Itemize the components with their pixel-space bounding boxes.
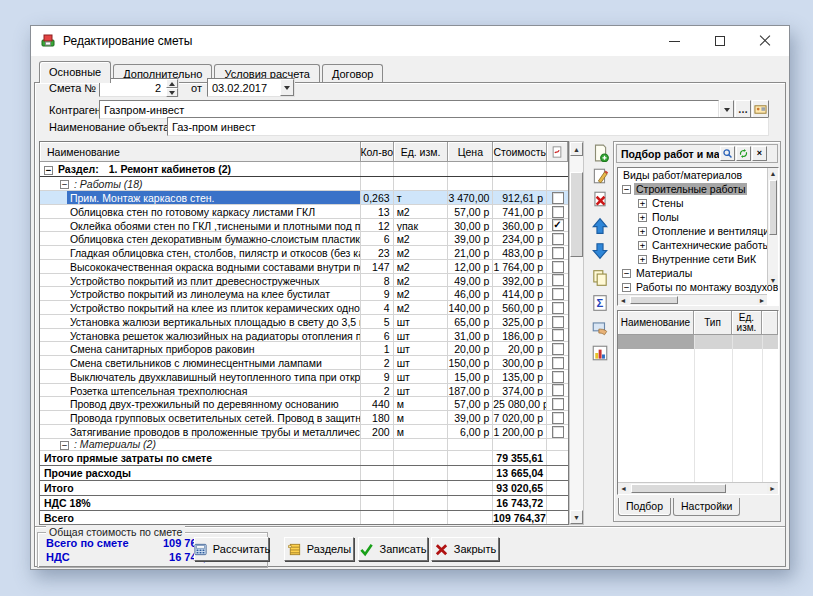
row-checkbox[interactable] <box>552 247 564 259</box>
date-dropdown-button[interactable] <box>280 79 294 96</box>
move-down-button[interactable] <box>591 242 609 260</box>
move-up-button[interactable] <box>591 217 609 235</box>
table-row[interactable]: Облицовка стен декоративным бумажно-слои… <box>40 232 568 246</box>
col-unit-header[interactable]: Ед. изм. <box>394 142 449 162</box>
scroll-down-button[interactable]: ▼ <box>768 275 778 285</box>
col-price-header[interactable]: Цена <box>448 142 493 162</box>
tree-expander[interactable]: + <box>638 255 647 264</box>
row-checkbox[interactable] <box>552 384 564 396</box>
picker-col-name[interactable]: Наименование <box>618 311 694 335</box>
col-cost-header[interactable]: Стоимость <box>493 142 547 162</box>
tab-podbor[interactable]: Подбор <box>618 498 671 516</box>
tree-expander[interactable]: − <box>60 441 69 450</box>
minimize-button[interactable] <box>652 26 697 56</box>
tree-item[interactable]: +Сантехнические работы <box>618 238 778 252</box>
vscroll-thumb[interactable] <box>570 172 583 257</box>
picker-search-button[interactable] <box>720 146 735 161</box>
row-checkbox[interactable] <box>552 206 564 218</box>
tab-nastroyki[interactable]: Настройки <box>673 498 741 516</box>
tree-hscrollbar[interactable]: ◄ ► <box>618 294 767 305</box>
row-checkbox[interactable] <box>552 426 564 438</box>
row-checkbox[interactable] <box>552 412 564 424</box>
tree-item[interactable]: −Работы по монтажу воздуховодс <box>618 280 778 294</box>
assign-button[interactable] <box>591 319 609 337</box>
row-checkbox[interactable] <box>552 329 564 341</box>
grid-vscrollbar[interactable]: ▲ ▼ <box>569 141 584 525</box>
picker-selected-row[interactable] <box>618 335 778 349</box>
table-row[interactable]: Устройство покрытий из линолеума на клее… <box>40 287 568 301</box>
group-row-materials[interactable]: −: Материалы (2) <box>40 439 568 451</box>
table-row[interactable]: Смена светильников с люминесцентными лам… <box>40 356 568 370</box>
table-row[interactable]: Устройство покрытий из плит древесностру… <box>40 274 568 288</box>
col-qty-header[interactable]: Кол-во <box>361 142 394 162</box>
table-row[interactable]: Оклейка обоями стен по ГКЛ ,тиснеными и … <box>40 219 568 233</box>
tree-expander[interactable]: − <box>622 185 631 194</box>
sum-button[interactable]: Σ <box>591 294 609 312</box>
close-dialog-button[interactable]: Закрыть <box>431 537 499 561</box>
picker-close-button[interactable]: × <box>752 146 767 161</box>
hscroll-thumb[interactable] <box>630 296 678 304</box>
table-row[interactable]: Провод двух-трехжильный по деревянному о… <box>40 397 568 411</box>
tree-item[interactable]: +Внутренние сети ВиК <box>618 252 778 266</box>
row-checkbox[interactable] <box>552 371 564 383</box>
spinner-down-button[interactable] <box>166 88 178 97</box>
picker-refresh-button[interactable] <box>736 146 751 161</box>
row-checkbox[interactable] <box>552 192 564 204</box>
hscroll-thumb[interactable] <box>631 484 726 493</box>
edit-row-button[interactable] <box>591 167 609 185</box>
row-checkbox[interactable] <box>552 357 564 369</box>
tree-item[interactable]: +Стены <box>618 196 778 210</box>
add-row-button[interactable] <box>591 144 609 162</box>
vscroll-thumb[interactable] <box>769 180 777 235</box>
tree-item[interactable]: −Строительные работы <box>618 182 778 196</box>
table-row[interactable]: Устройство покрытий на клее из плиток ке… <box>40 301 568 315</box>
tree-expander[interactable]: + <box>638 199 647 208</box>
table-row[interactable]: Установка жалюзи вертикальных площадью в… <box>40 315 568 329</box>
delete-row-button[interactable] <box>591 190 609 208</box>
row-checkbox[interactable] <box>552 343 564 355</box>
row-checkbox[interactable] <box>552 398 564 410</box>
tree-expander[interactable]: − <box>622 283 631 292</box>
col-name-header[interactable]: Наименование <box>40 142 361 162</box>
tree-item[interactable]: −Материалы <box>618 266 778 280</box>
table-row[interactable]: Гладкая облицовка стен, столбов, пилястр… <box>40 246 568 260</box>
row-checkbox[interactable] <box>552 302 564 314</box>
sections-button[interactable]: Разделы <box>284 537 354 561</box>
tree-expander[interactable]: + <box>638 241 647 250</box>
picker-col-type[interactable]: Тип <box>694 311 732 335</box>
row-checkbox[interactable] <box>552 261 564 273</box>
picker-col-unit[interactable]: Ед. изм. <box>732 311 762 335</box>
tree-expander[interactable]: − <box>44 166 53 175</box>
row-checkbox[interactable] <box>552 316 564 328</box>
section-row[interactable]: −Раздел:1. Ремонт кабинетов (2) <box>40 162 568 177</box>
col-check-header[interactable] <box>547 142 568 162</box>
maximize-button[interactable] <box>697 26 742 56</box>
table-row[interactable]: Прим. Монтаж каркасов стен.0,263т3 470,0… <box>40 191 568 205</box>
chart-button[interactable] <box>591 344 609 362</box>
tree-item[interactable]: +Полы <box>618 210 778 224</box>
row-checkbox[interactable] <box>552 219 564 231</box>
table-row[interactable]: Розетка штепсельная трехполюсная2шт187,0… <box>40 384 568 398</box>
object-input[interactable] <box>167 117 769 136</box>
row-checkbox[interactable] <box>552 288 564 300</box>
scroll-left-button[interactable]: ◄ <box>618 483 629 494</box>
scroll-up-button[interactable]: ▲ <box>768 168 778 178</box>
table-row[interactable]: Выключатель двухклавишный неутопленного … <box>40 370 568 384</box>
tree-expander[interactable]: − <box>60 180 69 189</box>
table-row[interactable]: Затягивание проводов в проложенные трубы… <box>40 425 568 439</box>
group-row-works[interactable]: −: Работы (18) <box>40 177 568 191</box>
table-row[interactable]: Облицовка стен по готовому каркасу листа… <box>40 205 568 219</box>
tree-item[interactable]: +Отопление и вентиляция.Реш <box>618 224 778 238</box>
copy-row-button[interactable] <box>591 269 609 287</box>
tab-dogovor[interactable]: Договор <box>322 64 384 83</box>
calculate-button[interactable]: Рассчитать <box>194 537 269 561</box>
scroll-right-button[interactable]: ► <box>757 295 767 305</box>
tab-osnovnye[interactable]: Основные <box>39 61 111 83</box>
row-checkbox[interactable] <box>552 233 564 245</box>
table-row[interactable]: Провода групповых осветительных сетей. П… <box>40 411 568 425</box>
scroll-down-button[interactable]: ▼ <box>570 510 583 524</box>
tree-expander[interactable]: + <box>638 227 647 236</box>
tree-expander[interactable]: + <box>638 213 647 222</box>
table-row[interactable]: Установка решеток жалюзийных на радиатор… <box>40 329 568 343</box>
row-checkbox[interactable] <box>552 274 564 286</box>
